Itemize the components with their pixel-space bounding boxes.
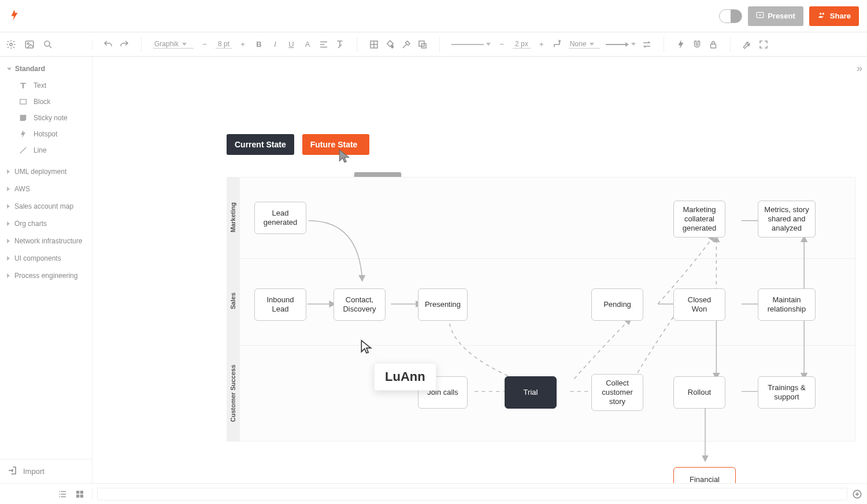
sidebar-group-standard[interactable]: Standard	[0, 61, 92, 76]
redo-icon[interactable]	[119, 39, 129, 50]
line-minus-icon[interactable]: −	[497, 39, 507, 50]
search-icon[interactable]	[43, 39, 53, 50]
chevron-right-icon	[7, 256, 10, 261]
list-view-icon[interactable]	[57, 489, 68, 499]
fill-icon[interactable]	[385, 39, 395, 50]
diagram-area[interactable]: Lead generated Inbound Lead Contact, Dis…	[239, 177, 855, 442]
bold-icon[interactable]: B	[254, 39, 264, 50]
shape-item-block[interactable]: Block	[0, 94, 92, 110]
grid-view-icon[interactable]	[75, 489, 85, 499]
fullscreen-icon[interactable]	[758, 39, 769, 50]
sidebar-cat-network[interactable]: Network infrastructure	[0, 232, 92, 250]
chevron-down-icon	[631, 43, 636, 46]
shape-item-hotspot[interactable]: Hotspot	[0, 126, 92, 142]
sidebar-cat-aws[interactable]: AWS	[0, 180, 92, 198]
swimlane-headers: Marketing Sales Customer Success	[227, 177, 239, 442]
block-shape-icon	[18, 97, 28, 106]
shape-item-sticky[interactable]: Sticky note	[0, 110, 92, 126]
sidebar-cat-uml[interactable]: UML deployment	[0, 163, 92, 180]
sidebar-cat-ui[interactable]: UI components	[0, 250, 92, 267]
bolt-icon[interactable]	[676, 39, 686, 50]
add-page-icon[interactable]	[852, 489, 862, 499]
chevron-right-icon	[7, 187, 10, 191]
node-marketing-collateral[interactable]: Marketing collateral generated	[673, 201, 725, 238]
line-plus-icon[interactable]: +	[536, 39, 547, 50]
undo-icon[interactable]	[103, 39, 113, 50]
chevron-right-icon	[7, 169, 10, 174]
swimlane-sales: Sales	[227, 258, 239, 344]
svg-rect-11	[20, 99, 27, 104]
share-label: Share	[830, 12, 851, 20]
node-trainings[interactable]: Trainings & support	[758, 376, 816, 409]
chevron-right-icon	[7, 239, 10, 243]
collapse-panel-icon[interactable]: »	[857, 62, 862, 75]
people-icon	[817, 11, 827, 21]
collaborator-cursor-icon	[337, 147, 352, 167]
presence-toggle[interactable]	[719, 9, 742, 23]
wrench-icon[interactable]	[742, 39, 753, 50]
chevron-right-icon	[7, 273, 10, 278]
canvas[interactable]: » Current State Future State Kris Market…	[92, 57, 867, 483]
tab-current-state[interactable]: Current State	[227, 134, 294, 155]
sidebar: Standard Text Block Sticky note Hotspot …	[0, 57, 92, 483]
swap-icon[interactable]	[642, 39, 652, 50]
statusbar	[0, 483, 867, 504]
present-button[interactable]: Present	[748, 6, 803, 26]
collaborator-cursor-icon	[359, 338, 374, 358]
present-label: Present	[768, 12, 795, 20]
italic-icon[interactable]: I	[270, 39, 280, 50]
node-lead-generated[interactable]: Lead generated	[254, 202, 306, 234]
theme-icon[interactable]	[417, 39, 428, 50]
chevron-down-icon	[7, 68, 12, 71]
chevron-down-icon	[182, 43, 187, 46]
topbar: Present Share	[0, 0, 867, 32]
shape-item-text[interactable]: Text	[0, 77, 92, 94]
sidebar-cat-sales[interactable]: Sales account map	[0, 198, 92, 215]
node-pending[interactable]: Pending	[591, 288, 643, 321]
node-metrics[interactable]: Metrics, story shared and analyzed	[758, 201, 816, 238]
gear-icon[interactable]	[6, 39, 16, 50]
node-collect-story[interactable]: Collect customer story	[591, 374, 643, 411]
node-contact-discovery[interactable]: Contact, Discovery	[334, 288, 386, 321]
node-rollout[interactable]: Rollout	[673, 376, 725, 409]
import-button[interactable]: Import	[0, 459, 92, 483]
node-presenting[interactable]: Presenting	[418, 288, 468, 321]
eyedropper-icon[interactable]	[401, 39, 412, 50]
sidebar-cat-process[interactable]: Process engineering	[0, 267, 92, 284]
sidebar-cat-org[interactable]: Org charts	[0, 215, 92, 232]
font-family-select[interactable]: Graphik	[153, 40, 194, 49]
text-color-icon[interactable]: A	[302, 39, 313, 50]
svg-rect-4	[25, 41, 34, 48]
node-maintain[interactable]: Maintain relationship	[758, 288, 816, 321]
clear-format-icon[interactable]	[335, 39, 345, 50]
arrowhead-select[interactable]: None	[569, 40, 600, 49]
tab-future-state[interactable]: Future State	[302, 134, 369, 155]
hotspot-shape-icon	[18, 129, 28, 139]
node-closed-won[interactable]: Closed Won	[673, 288, 725, 321]
play-icon	[756, 11, 764, 21]
connector-shape-icon[interactable]	[553, 39, 563, 50]
border-icon[interactable]	[369, 39, 379, 50]
shape-item-line[interactable]: Line	[0, 142, 92, 158]
line-width-select[interactable]: 2 px	[513, 40, 531, 49]
image-icon[interactable]	[24, 39, 35, 50]
page-tab[interactable]	[97, 488, 847, 501]
chevron-right-icon	[7, 221, 10, 226]
svg-point-1	[820, 13, 822, 15]
font-plus-icon[interactable]: +	[238, 39, 248, 50]
import-icon	[7, 465, 17, 477]
node-trial[interactable]: Trial	[505, 376, 557, 409]
font-minus-icon[interactable]: −	[199, 39, 210, 50]
magnet-icon[interactable]	[692, 39, 702, 50]
svg-rect-13	[80, 491, 83, 494]
swimlane-marketing: Marketing	[227, 177, 239, 258]
node-financial-dept[interactable]: Financial Department	[673, 467, 736, 483]
line-style-select[interactable]	[451, 43, 491, 46]
share-button[interactable]: Share	[809, 6, 859, 26]
node-inbound-lead[interactable]: Inbound Lead	[254, 288, 306, 321]
arrow-preview-select[interactable]	[606, 43, 636, 46]
underline-icon[interactable]: U	[286, 39, 297, 50]
align-icon[interactable]	[318, 39, 329, 50]
font-size-select[interactable]: 8 pt	[216, 40, 232, 49]
lock-icon[interactable]	[708, 39, 718, 50]
